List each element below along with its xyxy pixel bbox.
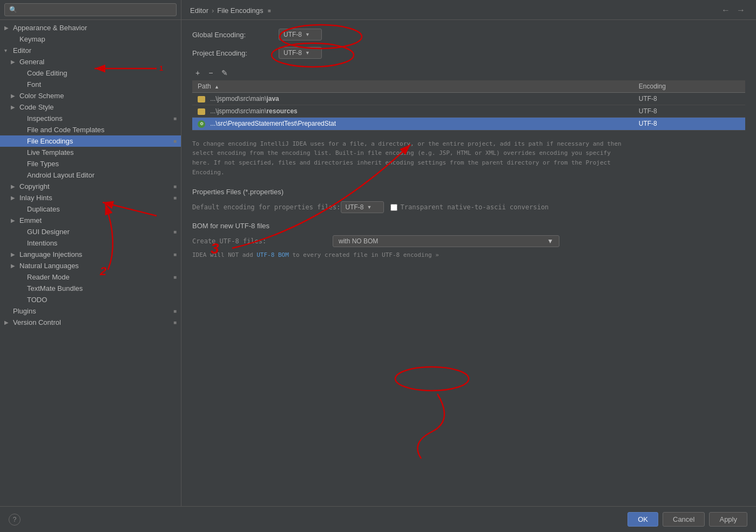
ok-button[interactable]: OK (627, 512, 658, 527)
edit-button[interactable]: ✎ (218, 67, 231, 78)
global-encoding-value: UTF-8 (284, 31, 302, 38)
arrow-icon: ▶ (4, 25, 12, 31)
badge-icon: ■ (173, 138, 177, 144)
cancel-button[interactable]: Cancel (663, 512, 705, 527)
sidebar-item-label: Code Editing (27, 69, 177, 77)
arrow-icon: ▶ (11, 59, 18, 65)
sidebar-item-code-style[interactable]: ▶ Code Style (0, 101, 181, 113)
sidebar-item-label: Intentions (27, 239, 177, 247)
sidebar-item-general[interactable]: ▶ General (0, 56, 181, 67)
sidebar-item-textmate-bundles[interactable]: TextMate Bundles (0, 283, 181, 294)
sidebar-item-android-layout[interactable]: Android Layout Editor (0, 169, 181, 181)
dropdown-caret-icon: ▼ (367, 204, 372, 210)
sidebar-item-gui-designer[interactable]: GUI Designer ■ (0, 226, 181, 237)
sidebar-item-editor[interactable]: ▾ Editor (0, 45, 181, 56)
bom-title: BOM for new UTF-8 files (192, 222, 745, 230)
breadcrumb-separator: › (212, 6, 214, 15)
sidebar-item-duplicates[interactable]: Duplicates (0, 203, 181, 215)
sidebar-item-copyright[interactable]: ▶ Copyright ■ (0, 181, 181, 192)
create-utf8-dropdown[interactable]: with NO BOM ▼ (333, 235, 559, 247)
add-button[interactable]: + (192, 67, 203, 78)
sidebar-item-code-editing[interactable]: Code Editing (0, 67, 181, 79)
arrow-icon: ▶ (11, 183, 18, 189)
create-utf8-label: Create UTF-8 files: (192, 237, 333, 245)
sidebar-item-label: Reader Mode (27, 273, 171, 281)
sidebar-item-label: Duplicates (27, 205, 177, 213)
transparent-label-text: Transparent native-to-ascii conversion (401, 203, 549, 211)
sidebar-item-color-scheme[interactable]: ▶ Color Scheme (0, 90, 181, 101)
content-scroll-area: Global Encoding: UTF-8 ▼ Project Encodin… (181, 20, 756, 506)
project-encoding-row: Project Encoding: UTF-8 ▼ (192, 47, 745, 59)
sidebar-item-live-templates[interactable]: Live Templates (0, 147, 181, 158)
sidebar-item-label: Live Templates (27, 148, 177, 156)
sidebar-item-reader-mode[interactable]: Reader Mode ■ (0, 271, 181, 283)
row-encoding: UTF-8 (633, 118, 745, 131)
sidebar-item-label: Emmet (19, 216, 177, 224)
default-encoding-label: Default encoding for properties files: (192, 203, 341, 211)
badge-icon: ■ (173, 183, 177, 189)
global-encoding-dropdown[interactable]: UTF-8 ▼ (279, 29, 322, 40)
sidebar-item-file-encodings[interactable]: File Encodings ■ (0, 135, 181, 147)
project-encoding-dropdown[interactable]: UTF-8 ▼ (279, 47, 322, 59)
bom-highlight: UTF-8 BOM (256, 251, 289, 258)
apply-button[interactable]: Apply (709, 512, 747, 527)
sidebar-item-todo[interactable]: TODO (0, 294, 181, 305)
sidebar-item-label: Color Scheme (19, 92, 177, 100)
arrow-icon: ▾ (4, 47, 12, 53)
sidebar-item-label: Copyright (19, 182, 171, 190)
row-path: ...\src\PreparedStatementTest\PreparedSt… (210, 120, 336, 127)
dropdown-caret-icon: ▼ (547, 237, 554, 245)
sidebar-item-version-control[interactable]: ▶ Version Control ■ (0, 317, 181, 328)
arrow-icon: ▶ (11, 217, 18, 223)
sidebar-item-inlay-hints[interactable]: ▶ Inlay Hints ■ (0, 192, 181, 203)
file-icon: ⚙ (198, 120, 205, 128)
sidebar-item-keymap[interactable]: Keymap (0, 33, 181, 45)
sidebar-item-label: File and Code Templates (27, 126, 177, 134)
sidebar-item-label: Inspections (27, 114, 171, 122)
sidebar-item-inspections[interactable]: Inspections ■ (0, 113, 181, 124)
sidebar-item-label: Keymap (19, 35, 177, 43)
sidebar-item-file-types[interactable]: File Types (0, 158, 181, 169)
remove-button[interactable]: − (205, 67, 216, 78)
arrow-icon: ▶ (11, 104, 18, 110)
row-path: ...\jspmod\src\main\resources (210, 107, 297, 115)
table-row[interactable]: ⚙ ...\src\PreparedStatementTest\Prepared… (192, 118, 745, 131)
arrow-icon: ▶ (11, 263, 18, 269)
project-encoding-value: UTF-8 (284, 49, 302, 57)
badge-icon: ■ (173, 229, 177, 235)
sidebar-item-language-injections[interactable]: ▶ Language Injections ■ (0, 249, 181, 260)
properties-encoding-dropdown[interactable]: UTF-8 ▼ (341, 201, 384, 213)
nav-back-button[interactable]: ← (719, 5, 732, 15)
search-input[interactable] (4, 3, 177, 16)
sidebar-item-label: Natural Languages (19, 262, 177, 270)
badge-icon: ■ (173, 308, 177, 314)
sidebar-item-plugins[interactable]: Plugins ■ (0, 305, 181, 317)
arrow-icon: ▶ (11, 93, 18, 99)
sidebar-item-font[interactable]: Font (0, 79, 181, 90)
sidebar-item-file-code-templates[interactable]: File and Code Templates (0, 124, 181, 135)
sidebar-item-emmet[interactable]: ▶ Emmet (0, 215, 181, 226)
help-button[interactable]: ? (9, 514, 21, 526)
folder-icon (198, 108, 205, 115)
sidebar-item-label: Appearance & Behavior (13, 24, 177, 32)
sidebar-item-label: Version Control (13, 318, 171, 326)
nav-forward-button[interactable]: → (734, 5, 747, 15)
table-row[interactable]: ...\jspmod\src\main\resources UTF-8 (192, 105, 745, 118)
sidebar-item-label: TODO (27, 296, 177, 304)
col-encoding-header[interactable]: Encoding (633, 80, 745, 93)
transparent-checkbox[interactable] (390, 204, 397, 211)
badge-icon: ■ (173, 115, 177, 121)
sidebar-item-intentions[interactable]: Intentions (0, 237, 181, 249)
sidebar-tree: ▶ Appearance & Behavior Keymap ▾ Editor (0, 20, 181, 506)
create-utf8-row: Create UTF-8 files: with NO BOM ▼ (192, 235, 745, 247)
col-path-header[interactable]: Path ▲ (192, 80, 633, 93)
sidebar-item-label: Language Injections (19, 250, 171, 258)
row-encoding: UTF-8 (633, 93, 745, 105)
sidebar-item-appearance[interactable]: ▶ Appearance & Behavior (0, 22, 181, 33)
default-encoding-row: Default encoding for properties files: U… (192, 201, 745, 213)
row-path: ...\jspmod\src\main\java (210, 95, 279, 103)
breadcrumb-badge-icon: ■ (268, 8, 271, 13)
sidebar-item-natural-languages[interactable]: ▶ Natural Languages (0, 260, 181, 271)
table-row[interactable]: ...\jspmod\src\main\java UTF-8 (192, 93, 745, 105)
navigation-arrows: ← → (719, 5, 747, 15)
